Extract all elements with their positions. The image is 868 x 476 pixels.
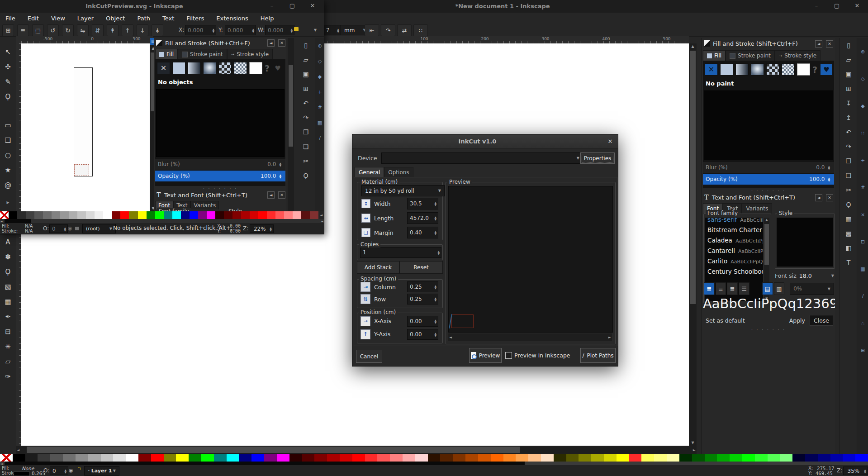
- palette-swatch[interactable]: [293, 211, 301, 219]
- layer-visibility-icon[interactable]: ◉: [69, 467, 73, 473]
- snap-nodes[interactable]: +: [316, 88, 324, 96]
- palette-swatch[interactable]: [88, 454, 101, 462]
- palette-swatch[interactable]: [207, 211, 215, 219]
- scroll-left-icon[interactable]: ◄: [0, 462, 3, 465]
- tab-fill[interactable]: Fill: [155, 49, 178, 59]
- tab-variants[interactable]: Variants: [742, 203, 772, 214]
- palette-scrollbar[interactable]: ◄: [0, 462, 868, 465]
- tool-button[interactable]: ✽: [2, 251, 14, 263]
- spin-arrows[interactable]: ▲▼: [433, 216, 438, 220]
- opacity-spin-arrows[interactable]: ▲▼: [63, 469, 68, 473]
- palette-swatch[interactable]: [428, 454, 441, 462]
- tab-general[interactable]: General: [355, 167, 384, 177]
- align-justify-button[interactable]: ☰: [739, 282, 749, 295]
- toolbar-button[interactable]: ⬚: [32, 24, 44, 36]
- palette-swatch[interactable]: [17, 211, 26, 219]
- snap-button[interactable]: ⊕: [859, 48, 867, 56]
- palette-swatch[interactable]: [717, 454, 730, 462]
- palette-swatch[interactable]: [126, 454, 138, 462]
- scroll-left-icon[interactable]: ◄: [449, 333, 452, 341]
- palette-swatch[interactable]: [377, 454, 390, 462]
- menu-item[interactable]: Edit: [28, 15, 39, 22]
- material-row-spinbox[interactable]: 0.40▲▼: [407, 227, 438, 238]
- minimize-button[interactable]: –: [265, 2, 279, 9]
- y-spin-arrows[interactable]: ▲▼: [251, 28, 256, 33]
- preview-in-inkscape-checkbox[interactable]: [505, 352, 512, 359]
- scroll-left-icon[interactable]: ◄: [17, 446, 19, 454]
- tool-button[interactable]: ▦: [2, 295, 14, 308]
- tool-button[interactable]: ▱: [2, 355, 14, 367]
- command-button[interactable]: ▣: [843, 69, 854, 79]
- palette-swatch[interactable]: [113, 454, 126, 462]
- palette-swatch[interactable]: [352, 454, 365, 462]
- palette-swatch[interactable]: [742, 454, 755, 462]
- palette-scroll-left-icon[interactable]: ◄: [318, 211, 324, 219]
- palette-swatch[interactable]: [190, 211, 198, 219]
- palette-swatch[interactable]: [855, 454, 868, 462]
- preview-area[interactable]: [448, 186, 613, 333]
- palette-swatch[interactable]: [755, 454, 768, 462]
- snap-button[interactable]: ◇: [859, 75, 867, 83]
- opacity-spin-arrows[interactable]: ▲▼: [62, 227, 67, 231]
- palette-swatch[interactable]: [224, 211, 232, 219]
- toolbar-button[interactable]: ⊞: [2, 24, 14, 36]
- x-spin-arrows[interactable]: ▲▼: [211, 28, 216, 33]
- tool-button[interactable]: ↖: [2, 46, 14, 58]
- palette-swatch[interactable]: [301, 211, 310, 219]
- scroll-right-icon[interactable]: ►: [693, 446, 696, 454]
- layer-select[interactable]: • Layer 1 ▼: [84, 466, 119, 476]
- command-undo[interactable]: ↶: [300, 98, 311, 108]
- panel-close-button[interactable]: ✕: [278, 191, 285, 199]
- zoom-spin-arrows[interactable]: ▲▼: [268, 227, 273, 231]
- blur-spin-arrows[interactable]: ▲▼: [278, 162, 283, 167]
- palette-swatch[interactable]: [0, 211, 9, 219]
- material-row-spinbox[interactable]: 4572.0▲▼: [407, 212, 438, 224]
- palette-swatch[interactable]: [13, 454, 25, 462]
- scroll-left-icon[interactable]: ◄: [0, 219, 3, 223]
- palette-swatch[interactable]: [0, 454, 13, 462]
- palette-swatch[interactable]: [25, 454, 38, 462]
- font-family-item[interactable]: Bitstream Charter A: [705, 225, 763, 236]
- font-family-item[interactable]: Cantarell AaBbCcIiPp: [705, 246, 763, 257]
- palette-swatch[interactable]: [579, 454, 591, 462]
- toolbar-button[interactable]: ↻: [62, 24, 74, 36]
- cancel-button[interactable]: Cancel: [356, 350, 382, 363]
- palette-swatch[interactable]: [232, 211, 241, 219]
- close-button[interactable]: ✕: [306, 2, 319, 9]
- add-stack-button[interactable]: Add Stack: [357, 261, 399, 274]
- menu-item[interactable]: Object: [106, 15, 125, 22]
- toolbar-button[interactable]: ↺: [47, 24, 59, 36]
- dock-separator[interactable]: · · · · · · ·: [702, 328, 835, 332]
- inkcut-titlebar[interactable]: InkCut v1.0 ✕: [352, 134, 618, 148]
- affect-button[interactable]: ⇤: [365, 24, 379, 36]
- palette-swatch[interactable]: [641, 454, 654, 462]
- palette-swatch[interactable]: [189, 454, 201, 462]
- palette-swatch[interactable]: [95, 211, 103, 219]
- palette-swatch[interactable]: [843, 454, 855, 462]
- palette-swatch[interactable]: [215, 211, 224, 219]
- palette-swatch[interactable]: [101, 454, 114, 462]
- close-button[interactable]: Close: [810, 315, 833, 326]
- swatch-heart-icon[interactable]: ♥: [821, 64, 832, 75]
- font-size-value[interactable]: 18.0: [799, 272, 812, 279]
- palette-swatch[interactable]: [43, 211, 52, 219]
- menu-item[interactable]: Text: [162, 15, 174, 22]
- paint-type-button[interactable]: [720, 63, 733, 76]
- menu-item[interactable]: View: [51, 15, 65, 22]
- command-button[interactable]: ❏: [843, 171, 854, 181]
- spacing-row-spinbox[interactable]: 0.25▲▼: [407, 281, 438, 292]
- palette-swatch[interactable]: [138, 454, 151, 462]
- tab-stroke-paint[interactable]: Stroke paint: [726, 50, 775, 61]
- tab-variants[interactable]: Variants: [190, 201, 219, 209]
- toolbar-button[interactable]: ↡: [152, 24, 163, 36]
- palette-swatch[interactable]: [69, 211, 77, 219]
- affect-button[interactable]: ∷: [413, 24, 428, 36]
- palette-swatch[interactable]: [227, 454, 239, 462]
- palette-swatch[interactable]: [120, 211, 129, 219]
- palette-swatch[interactable]: [503, 454, 516, 462]
- command-button[interactable]: ✂: [843, 185, 854, 195]
- font-family-item[interactable]: Caladea AaBbCcIiPpQ: [705, 236, 763, 246]
- scroll-up-icon[interactable]: ▲: [689, 44, 697, 48]
- command-redo[interactable]: ↷: [300, 113, 311, 123]
- palette-swatch[interactable]: [491, 454, 503, 462]
